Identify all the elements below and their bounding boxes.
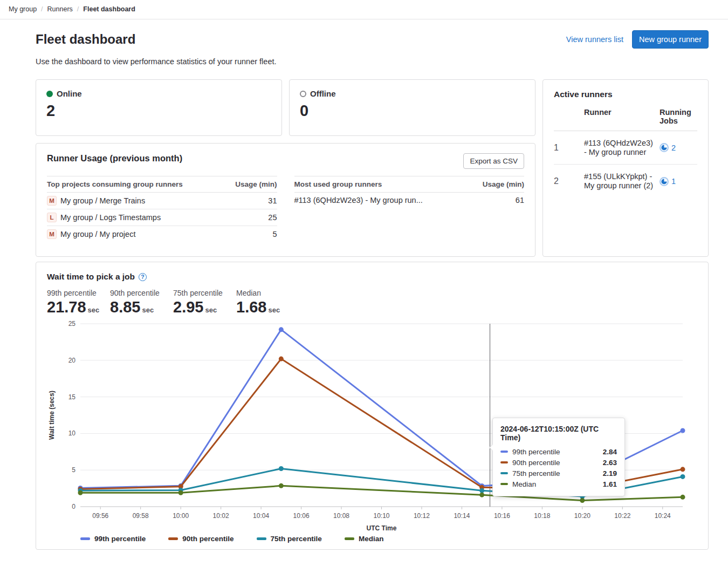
view-runners-list-link[interactable]: View runners list [566, 35, 623, 44]
online-status-dot-icon [46, 91, 53, 97]
project-name: My group / My project [60, 230, 135, 238]
project-avatar: M [47, 229, 57, 239]
wait-time-stats: 99th percentile 21.78sec 90th percentile… [47, 289, 697, 316]
stat-value: 1.68 [236, 298, 266, 316]
svg-text:10:10: 10:10 [373, 512, 389, 520]
page-content: Fleet dashboard View runners list New gr… [0, 30, 728, 550]
svg-text:10:18: 10:18 [534, 512, 550, 520]
project-avatar: M [47, 196, 57, 206]
row-index: 2 [554, 176, 584, 186]
runner-name: #113 (6QHdzW2e3) - My group runner [584, 139, 660, 156]
runner-usage-title: Runner Usage (previous month) [47, 153, 182, 163]
wait-time-title: Wait time to pick a job [47, 272, 135, 282]
usage-value: 31 [268, 196, 277, 205]
svg-text:09:56: 09:56 [92, 512, 108, 520]
offline-card: Offline 0 [289, 79, 535, 136]
stat-75th-percentile: 75th percentile 2.95sec [173, 289, 226, 316]
active-runners-title: Active runners [554, 90, 697, 99]
help-icon[interactable]: ? [139, 273, 147, 281]
series-swatch-90th [500, 461, 508, 463]
column-top-projects: Top projects consuming group runners [47, 180, 183, 188]
runner-usage-panel: Runner Usage (previous month) Export as … [36, 143, 535, 257]
running-jobs-count[interactable]: 1 [671, 177, 676, 186]
breadcrumb-my-group[interactable]: My group [9, 5, 37, 13]
chart-tooltip: 2024-06-12T10:15:00Z (UTC Time) 99th per… [492, 418, 625, 496]
svg-text:0: 0 [72, 503, 75, 510]
online-card: Online 2 [36, 79, 282, 136]
legend-swatch [345, 537, 354, 540]
legend-item-median[interactable]: Median [345, 535, 384, 543]
page-title: Fleet dashboard [36, 32, 135, 47]
svg-text:5: 5 [72, 466, 75, 474]
running-status-icon [660, 177, 669, 186]
column-most-used-runners: Most used group runners [294, 180, 382, 188]
stat-99th-percentile: 99th percentile 21.78sec [47, 289, 100, 316]
series-swatch-99th [500, 451, 508, 453]
export-csv-button[interactable]: Export as CSV [463, 153, 524, 169]
legend-item-75th[interactable]: 75th percentile [257, 535, 322, 543]
usage-value: 5 [272, 230, 277, 238]
row-index: 1 [554, 143, 584, 153]
online-label: Online [57, 89, 82, 98]
svg-text:15: 15 [68, 393, 76, 401]
breadcrumb-separator: / [77, 5, 79, 13]
svg-text:Wait time (secs): Wait time (secs) [48, 391, 56, 440]
header-actions: View runners list New group runner [566, 30, 709, 49]
project-name: My group / Merge Trains [60, 196, 145, 205]
project-avatar: L [47, 213, 57, 222]
table-row: 1 #113 (6QHdzW2e3) - My group runner 2 [554, 131, 697, 165]
table-row: 2 #155 (ULkKYpkpt) - My group runner (2)… [554, 165, 697, 197]
svg-text:09:58: 09:58 [133, 512, 149, 520]
legend-swatch [168, 537, 178, 540]
table-row: M My group / Merge Trains 31 [47, 193, 277, 209]
legend-item-90th[interactable]: 90th percentile [168, 535, 233, 543]
stat-unit: sec [268, 306, 280, 314]
breadcrumb: My group / Runners / Fleet dashboard [0, 0, 728, 19]
tooltip-value: 2.63 [603, 459, 617, 467]
stat-value: 2.95 [173, 298, 203, 316]
dashboard-grid: Online 2 Offline 0 Active runners Runner… [36, 79, 709, 257]
offline-label: Offline [310, 89, 336, 98]
svg-text:10:04: 10:04 [253, 512, 269, 520]
runner-name: #155 (ULkKYpkpt) - My group runner (2) [584, 172, 660, 190]
online-card-header: Online [46, 89, 271, 98]
stat-unit: sec [88, 306, 100, 314]
svg-text:10:20: 10:20 [574, 512, 590, 520]
most-used-runners-table: Most used group runners Usage (min) #113… [294, 176, 525, 242]
page-description: Use the dashboard to view performance st… [36, 57, 709, 66]
column-running-jobs: Running Jobs [660, 108, 697, 125]
svg-text:25: 25 [68, 320, 76, 328]
svg-text:10:16: 10:16 [494, 512, 510, 520]
breadcrumb-fleet-dashboard: Fleet dashboard [83, 5, 135, 13]
stat-value: 8.85 [110, 298, 140, 316]
svg-text:10:22: 10:22 [614, 512, 630, 520]
stat-90th-percentile: 90th percentile 8.85sec [110, 289, 163, 316]
svg-text:10:02: 10:02 [213, 512, 229, 520]
legend-item-99th[interactable]: 99th percentile [80, 535, 146, 543]
offline-card-header: Offline [300, 89, 525, 98]
top-projects-table: Top projects consuming group runners Usa… [47, 176, 277, 242]
active-runners-table-header: Runner Running Jobs [554, 108, 697, 131]
svg-text:10:14: 10:14 [454, 512, 470, 520]
table-row: #113 (6QHdzW2e3) - My group run... 61 [294, 193, 525, 208]
column-runner: Runner [584, 108, 660, 125]
offline-status-dot-icon [300, 91, 306, 97]
usage-value: 25 [268, 213, 277, 222]
legend-swatch [257, 537, 266, 540]
tooltip-value: 1.61 [603, 480, 617, 488]
table-row: L My group / Logs Timestamps 25 [47, 209, 277, 226]
svg-text:10:06: 10:06 [293, 512, 310, 520]
running-status-icon [660, 143, 669, 152]
active-runners-table: Runner Running Jobs 1 #113 (6QHdzW2e3) -… [554, 108, 697, 198]
usage-value: 61 [516, 196, 524, 204]
new-group-runner-button[interactable]: New group runner [632, 30, 709, 49]
stat-unit: sec [205, 306, 217, 314]
running-jobs-count[interactable]: 2 [671, 144, 676, 152]
wait-time-chart: 051015202509:5609:5810:0010:0210:0410:06… [47, 318, 697, 535]
svg-text:10:08: 10:08 [333, 512, 349, 520]
offline-count: 0 [300, 102, 525, 120]
breadcrumb-runners[interactable]: Runners [47, 5, 73, 13]
breadcrumb-separator: / [41, 5, 43, 13]
series-swatch-median [500, 483, 508, 485]
svg-text:10: 10 [68, 429, 76, 437]
